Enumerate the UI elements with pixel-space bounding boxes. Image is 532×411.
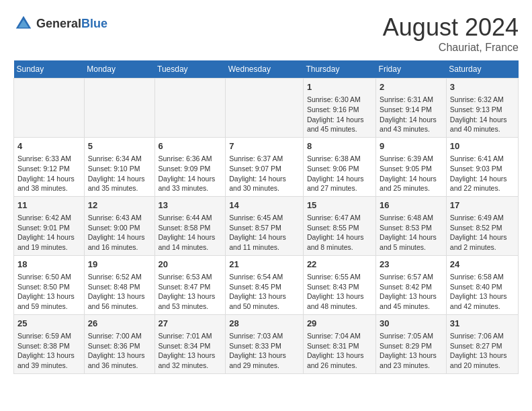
day-number: 12: [88, 199, 151, 212]
day-info: Sunrise: 6:54 AM: [229, 272, 300, 282]
calendar-week-row: 1Sunrise: 6:30 AMSunset: 9:16 PMDaylight…: [14, 79, 519, 138]
calendar-cell: 7Sunrise: 6:37 AMSunset: 9:07 PMDaylight…: [226, 137, 304, 196]
day-number: 2: [380, 81, 443, 93]
calendar-cell: 27Sunrise: 7:01 AMSunset: 8:34 PMDayligh…: [154, 314, 226, 373]
calendar-cell: [14, 79, 85, 138]
day-info: Sunrise: 6:59 AM: [17, 331, 81, 341]
day-number: 3: [450, 81, 515, 93]
day-info: Sunset: 8:33 PM: [229, 341, 300, 351]
calendar-cell: 1Sunrise: 6:30 AMSunset: 9:16 PMDaylight…: [303, 79, 375, 138]
day-info: Daylight: 14 hours and 22 minutes.: [450, 174, 515, 193]
day-info: Sunrise: 6:53 AM: [159, 272, 222, 282]
calendar-cell: [84, 79, 154, 138]
day-number: 13: [159, 199, 222, 212]
day-number: 15: [307, 199, 372, 212]
calendar-cell: 13Sunrise: 6:44 AMSunset: 8:58 PMDayligh…: [154, 196, 226, 255]
calendar-cell: 5Sunrise: 6:34 AMSunset: 9:10 PMDaylight…: [84, 137, 154, 196]
day-info: Daylight: 14 hours and 38 minutes.: [17, 174, 81, 193]
day-info: Sunrise: 6:52 AM: [88, 272, 151, 282]
day-info: Daylight: 13 hours and 36 minutes.: [88, 351, 151, 370]
calendar-cell: 15Sunrise: 6:47 AMSunset: 8:55 PMDayligh…: [303, 196, 375, 255]
day-info: Sunrise: 6:43 AM: [88, 213, 151, 223]
calendar-cell: 21Sunrise: 6:54 AMSunset: 8:45 PMDayligh…: [226, 255, 304, 314]
day-info: Sunrise: 6:41 AM: [450, 154, 515, 164]
calendar-cell: 2Sunrise: 6:31 AMSunset: 9:14 PMDaylight…: [376, 79, 447, 138]
day-info: Daylight: 13 hours and 20 minutes.: [450, 351, 515, 370]
day-info: Daylight: 14 hours and 8 minutes.: [307, 232, 372, 252]
day-info: Sunset: 9:13 PM: [450, 105, 515, 115]
day-info: Sunrise: 7:04 AM: [307, 331, 372, 341]
day-info: Sunset: 8:34 PM: [159, 341, 222, 351]
day-info: Sunrise: 6:55 AM: [307, 272, 372, 282]
day-info: Sunset: 8:48 PM: [88, 282, 151, 292]
page-header: GeneralBlue August 2024 Chauriat, France: [13, 13, 519, 54]
day-info: Sunset: 9:01 PM: [17, 223, 81, 233]
day-info: Sunset: 9:06 PM: [307, 164, 372, 174]
calendar-day-header: Wednesday: [226, 60, 304, 79]
day-info: Sunrise: 6:34 AM: [88, 154, 151, 164]
day-number: 4: [17, 140, 81, 152]
calendar-header-row: SundayMondayTuesdayWednesdayThursdayFrid…: [14, 60, 519, 79]
day-info: Sunrise: 6:32 AM: [450, 95, 515, 105]
day-number: 18: [17, 259, 81, 271]
day-info: Daylight: 13 hours and 50 minutes.: [229, 291, 300, 311]
calendar-week-row: 11Sunrise: 6:42 AMSunset: 9:01 PMDayligh…: [14, 196, 519, 255]
calendar-cell: 6Sunrise: 6:36 AMSunset: 9:09 PMDaylight…: [154, 137, 226, 196]
day-info: Daylight: 14 hours and 2 minutes.: [450, 232, 515, 252]
day-info: Sunset: 9:07 PM: [229, 164, 300, 174]
day-info: Sunset: 8:45 PM: [229, 282, 300, 292]
day-info: Daylight: 14 hours and 45 minutes.: [307, 115, 372, 134]
calendar-cell: 12Sunrise: 6:43 AMSunset: 9:00 PMDayligh…: [84, 196, 154, 255]
day-info: Sunrise: 6:30 AM: [307, 95, 372, 105]
day-info: Daylight: 14 hours and 25 minutes.: [380, 174, 443, 193]
day-info: Sunset: 8:29 PM: [380, 341, 443, 351]
day-info: Daylight: 14 hours and 14 minutes.: [159, 232, 222, 252]
calendar-cell: 30Sunrise: 7:05 AMSunset: 8:29 PMDayligh…: [376, 314, 447, 373]
day-info: Sunrise: 6:45 AM: [229, 213, 300, 223]
day-info: Sunrise: 6:49 AM: [450, 213, 515, 223]
day-info: Sunrise: 7:03 AM: [229, 331, 300, 341]
day-info: Daylight: 13 hours and 48 minutes.: [307, 291, 372, 311]
day-info: Daylight: 13 hours and 39 minutes.: [17, 351, 81, 370]
day-info: Daylight: 13 hours and 32 minutes.: [159, 351, 222, 370]
day-info: Sunrise: 6:48 AM: [380, 213, 443, 223]
day-number: 10: [450, 140, 515, 152]
day-info: Sunset: 9:05 PM: [380, 164, 443, 174]
day-info: Daylight: 13 hours and 59 minutes.: [17, 291, 81, 311]
day-info: Sunset: 9:14 PM: [380, 105, 443, 115]
day-info: Sunrise: 6:36 AM: [159, 154, 222, 164]
calendar-cell: 14Sunrise: 6:45 AMSunset: 8:57 PMDayligh…: [226, 196, 304, 255]
logo: GeneralBlue: [13, 13, 107, 34]
calendar-cell: 10Sunrise: 6:41 AMSunset: 9:03 PMDayligh…: [446, 137, 518, 196]
day-number: 29: [307, 318, 372, 330]
day-number: 23: [380, 259, 443, 271]
calendar-cell: [226, 79, 304, 138]
day-info: Daylight: 14 hours and 33 minutes.: [159, 174, 222, 193]
calendar-cell: 11Sunrise: 6:42 AMSunset: 9:01 PMDayligh…: [14, 196, 85, 255]
calendar-cell: 28Sunrise: 7:03 AMSunset: 8:33 PMDayligh…: [226, 314, 304, 373]
day-number: 17: [450, 199, 515, 212]
calendar-cell: 26Sunrise: 7:00 AMSunset: 8:36 PMDayligh…: [84, 314, 154, 373]
day-info: Sunrise: 6:33 AM: [17, 154, 81, 164]
day-info: Sunrise: 6:58 AM: [450, 272, 515, 282]
calendar-day-header: Thursday: [303, 60, 375, 79]
day-number: 1: [307, 81, 372, 93]
calendar-cell: 9Sunrise: 6:39 AMSunset: 9:05 PMDaylight…: [376, 137, 447, 196]
calendar-cell: 24Sunrise: 6:58 AMSunset: 8:40 PMDayligh…: [446, 255, 518, 314]
day-info: Daylight: 13 hours and 29 minutes.: [229, 351, 300, 370]
day-info: Sunrise: 6:37 AM: [229, 154, 300, 164]
day-info: Daylight: 13 hours and 53 minutes.: [159, 291, 222, 311]
day-info: Daylight: 14 hours and 19 minutes.: [17, 232, 81, 252]
day-number: 8: [307, 140, 372, 152]
day-info: Sunset: 8:52 PM: [450, 223, 515, 233]
day-info: Sunset: 9:09 PM: [159, 164, 222, 174]
day-info: Daylight: 13 hours and 26 minutes.: [307, 351, 372, 370]
day-info: Sunrise: 7:01 AM: [159, 331, 222, 341]
calendar-cell: 31Sunrise: 7:06 AMSunset: 8:27 PMDayligh…: [446, 314, 518, 373]
page-title: August 2024: [383, 13, 519, 42]
calendar-cell: 3Sunrise: 6:32 AMSunset: 9:13 PMDaylight…: [446, 79, 518, 138]
calendar-day-header: Monday: [84, 60, 154, 79]
day-info: Daylight: 13 hours and 45 minutes.: [380, 291, 443, 311]
day-number: 24: [450, 259, 515, 271]
page-subtitle: Chauriat, France: [383, 42, 519, 54]
